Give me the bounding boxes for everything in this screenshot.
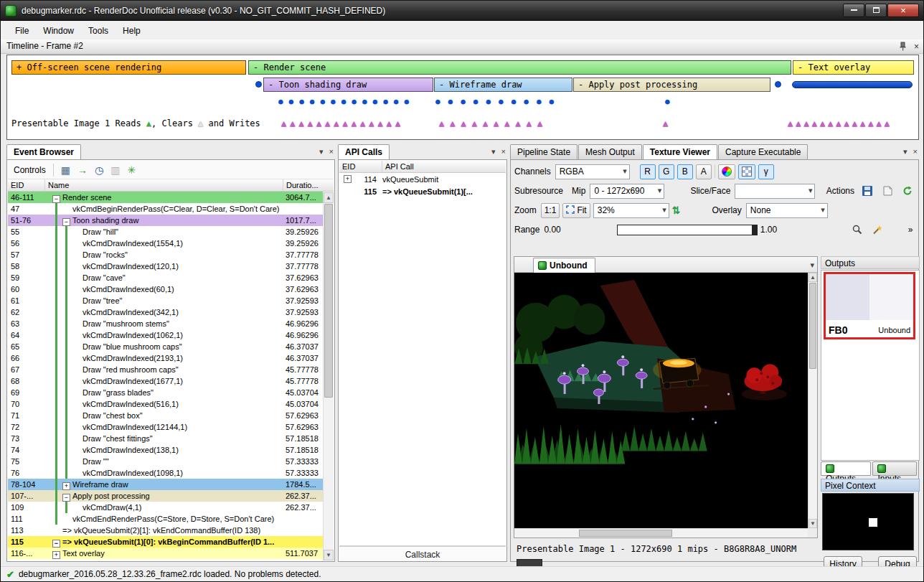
scroll-down-icon[interactable]: ▼ [324, 550, 334, 560]
zoom-level-select[interactable]: 32% [593, 203, 669, 218]
range-slider[interactable] [617, 225, 758, 235]
api-call-row[interactable]: 115 => vkQueueSubmit(1)[... [339, 186, 506, 198]
panel-menu-icon[interactable]: ▾ [903, 147, 908, 156]
fb0-thumbnail[interactable]: FB0 Unbound [824, 272, 915, 339]
event-row[interactable]: 46-111 Render scene 3064.7... [8, 192, 323, 203]
panel-menu-icon[interactable]: ▾ [491, 147, 496, 156]
blue-channel-button[interactable]: B [677, 164, 693, 179]
text-overlay-draws-bar[interactable] [792, 81, 913, 88]
texture-vertical-scrollbar[interactable]: ▲ ▼ [808, 273, 817, 528]
range-max-value[interactable]: 1.00 [760, 225, 777, 235]
pin-icon[interactable] [899, 42, 907, 51]
callstack-section[interactable]: Callstack [339, 545, 506, 561]
event-row[interactable]: 58 vkCmdDrawIndexed(120,1) 37.77778 [8, 261, 323, 272]
texture-horizontal-scrollbar[interactable] [514, 528, 808, 538]
timeline-bar-text-overlay[interactable]: - Text overlay [793, 60, 914, 75]
event-row[interactable]: 61 Draw "tree" 37.92593 [8, 295, 323, 306]
event-row[interactable]: 66 vkCmdDrawIndexed(2193,1) 46.37037 [8, 352, 323, 364]
gamma-button[interactable]: γ [758, 164, 774, 179]
zoom-1to1-button[interactable]: 1:1 [541, 203, 560, 218]
event-browser-scrollbar[interactable]: ▲ ▼ [323, 192, 334, 560]
timeline-bar-postproc[interactable]: - Apply post processing [573, 78, 770, 92]
bookmark-icon[interactable]: ✳ [127, 164, 136, 176]
event-row[interactable]: 56 vkCmdDrawIndexed(1554,1) 39.25926 [8, 238, 323, 249]
toolbar-overflow-button[interactable]: » [905, 222, 916, 238]
usage-markers-wireframe[interactable]: ▲▲▲▲▲▲▲▲▲▲ [439, 118, 548, 128]
event-row[interactable]: 116-... Text overlay 511.7037 [8, 548, 323, 559]
event-row[interactable]: 75 Draw "" 57.33333 [8, 456, 323, 467]
panel-menu-icon[interactable]: ▾ [319, 147, 324, 156]
close-button[interactable]: × [887, 4, 919, 17]
event-row[interactable]: 69 Draw "grass blades" 45.03704 [8, 387, 323, 398]
tab-event-browser[interactable]: Event Browser [6, 144, 81, 160]
event-row[interactable]: 72 vkCmdDrawIndexed(12144,1) 57.62963 [8, 421, 323, 433]
scroll-thumb[interactable] [324, 204, 333, 398]
event-row[interactable]: 63 Draw "mushroom stems" 46.96296 [8, 318, 323, 329]
minimize-button[interactable] [843, 4, 864, 17]
timeline-bar-render-scene[interactable]: - Render scene [248, 60, 791, 75]
panel-close-icon[interactable]: × [329, 147, 334, 156]
refresh-button[interactable] [899, 183, 916, 199]
timeline-close-icon[interactable]: × [914, 42, 919, 51]
panel-close-icon[interactable]: × [501, 147, 506, 156]
custom-display-button[interactable] [718, 164, 735, 179]
event-row[interactable]: 71 Draw "chest box" 57.62963 [8, 410, 323, 421]
mip-select[interactable]: 0 - 1272x690 [590, 184, 664, 199]
texture-image[interactable] [514, 273, 808, 528]
tab-api-calls[interactable]: API Calls [338, 144, 390, 160]
right-panel-tab[interactable]: Capture Executable [718, 144, 808, 160]
overlay-select[interactable]: None [746, 203, 828, 218]
maximize-button[interactable] [865, 4, 887, 17]
usage-marker-postproc[interactable]: ▲ [663, 118, 668, 128]
postproc-draw-dot[interactable]: ● [665, 97, 670, 106]
channels-select[interactable]: RGBA [555, 164, 630, 179]
goto-eid-icon[interactable]: → [77, 164, 88, 176]
stats-icon[interactable]: ▥ [110, 164, 120, 176]
scroll-thumb[interactable] [579, 530, 672, 537]
toon-draw-dots[interactable]: ●●●●●●●●●●●●● [278, 97, 415, 106]
menu-item[interactable]: File [8, 23, 36, 39]
red-channel-button[interactable]: R [640, 164, 656, 179]
fit-button[interactable]: Fit [562, 203, 590, 218]
event-row[interactable]: 113 => vkQueueSubmit(2)[1]: vkEndCommand… [8, 525, 323, 536]
slice-face-select[interactable] [735, 184, 815, 199]
event-row[interactable]: 76 vkCmdDrawIndexed(1098,1) 57.33333 [8, 467, 323, 479]
save-texture-button[interactable] [859, 183, 876, 199]
menu-item[interactable]: Tools [81, 23, 116, 39]
scroll-down-icon[interactable]: ▼ [808, 519, 817, 528]
timeline-bar-wireframe[interactable]: - Wireframe draw [434, 78, 572, 92]
alpha-channel-button[interactable]: A [696, 164, 712, 179]
range-min-value[interactable]: 0.00 [544, 225, 560, 235]
event-row[interactable]: 78-104 Wireframe draw 1784.5... [8, 479, 323, 490]
event-row[interactable]: 107-... Apply post processing 262.37... [8, 490, 323, 502]
texture-tab-dropdown-icon[interactable]: ▾ [810, 261, 814, 270]
event-row[interactable]: 55 Draw "hill" 39.25926 [8, 226, 323, 238]
pixel-context-view[interactable] [822, 493, 914, 550]
tab-inputs[interactable]: Inputs [872, 461, 917, 476]
scroll-up-icon[interactable]: ▲ [808, 273, 817, 282]
green-channel-button[interactable]: G [659, 164, 674, 179]
menu-item[interactable]: Window [36, 23, 81, 39]
draw-dot[interactable] [255, 81, 262, 88]
scroll-thumb[interactable] [809, 283, 816, 369]
time-draws-icon[interactable]: ◷ [95, 164, 103, 176]
right-panel-tab[interactable]: Mesh Output [578, 144, 642, 160]
checkerboard-background-button[interactable] [738, 164, 755, 179]
autofit-range-button[interactable] [869, 222, 886, 238]
event-row[interactable]: 65 Draw "blue mushroom caps" 46.37037 [8, 341, 323, 352]
event-row[interactable]: 70 vkCmdDrawIndexed(516,1) 45.03704 [8, 398, 323, 410]
usage-markers-toon[interactable]: ▲▲▲▲▲▲▲▲▲▲▲▲▲▲ [281, 118, 404, 128]
event-row[interactable]: 109 vkCmdDraw(4,1) 262.37... [8, 502, 323, 513]
event-row[interactable]: 59 Draw "cave" 37.62963 [8, 272, 323, 283]
panel-close-icon[interactable]: × [913, 147, 918, 156]
right-panel-tab[interactable]: Texture Viewer [643, 144, 717, 160]
browse-icon[interactable]: ▦ [61, 164, 70, 176]
event-row[interactable]: 67 Draw "red mushroom caps" 45.77778 [8, 364, 323, 375]
event-row[interactable]: 64 vkCmdDrawIndexed(1062,1) 46.96296 [8, 329, 323, 341]
timeline-bar-toon[interactable]: - Toon shading draw [263, 78, 433, 92]
event-row[interactable]: 51-76 Toon shading draw 1017.7... [8, 215, 323, 226]
texture-tab-unbound[interactable]: Unbound [533, 258, 595, 273]
event-row[interactable]: 68 vkCmdDrawIndexed(1677,1) 45.77778 [8, 375, 323, 387]
flip-y-icon[interactable]: ⇅ [672, 205, 681, 216]
tab-outputs[interactable]: Outputs [821, 461, 871, 476]
